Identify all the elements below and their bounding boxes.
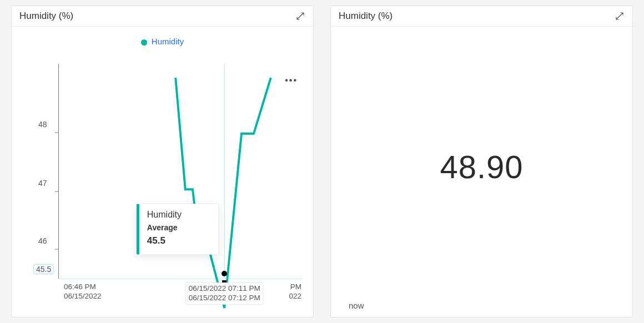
y-tick-label: 47	[38, 179, 47, 188]
y-tick-label: 48	[38, 120, 47, 129]
y-hover-marker: 45.5	[33, 264, 54, 274]
kpi-time-label: now	[339, 301, 625, 312]
humidity-chart-card: Humidity (%) Humidity ••• 46 47	[11, 6, 314, 317]
y-tick-label: 46	[38, 236, 47, 245]
x-hover-line1: 06/15/2022 07:11 PM	[189, 284, 260, 294]
chart-card-body: Humidity ••• 46 47 48 45.5	[12, 27, 313, 317]
kpi-value-wrap: 48.90	[339, 32, 625, 301]
series-line	[58, 64, 303, 308]
kpi-card-body: 48.90 now	[331, 27, 632, 317]
expand-icon[interactable]	[615, 11, 625, 21]
humidity-kpi-card: Humidity (%) 48.90 now	[330, 6, 633, 317]
x-start-time: 06:46 PM	[64, 282, 102, 292]
hover-point-marker	[222, 271, 227, 276]
x-axis-end-fragment: PM 022	[289, 282, 301, 301]
legend-series-name: Humidity	[152, 37, 184, 46]
x-start-date: 06/15/2022	[64, 292, 102, 301]
x-axis-hover-label: 06/15/2022 07:11 PM 06/15/2022 07:12 PM	[185, 282, 264, 305]
x-hover-line2: 06/15/2022 07:12 PM	[189, 294, 260, 303]
card-header: Humidity (%)	[331, 6, 632, 27]
chart-tooltip: Humidity Average 45.5	[137, 204, 219, 255]
expand-icon[interactable]	[295, 11, 305, 21]
tooltip-value: 45.5	[147, 235, 208, 246]
chart-legend[interactable]: Humidity	[19, 37, 305, 46]
x-axis-start-label: 06:46 PM 06/15/2022	[64, 282, 102, 301]
card-title: Humidity (%)	[19, 11, 73, 22]
x-end-frag2: 022	[289, 292, 301, 301]
tooltip-series-name: Humidity	[147, 210, 208, 220]
card-title: Humidity (%)	[339, 11, 393, 22]
card-header: Humidity (%)	[12, 6, 313, 27]
tooltip-metric-label: Average	[147, 223, 208, 232]
x-end-frag1: PM	[289, 282, 301, 292]
plot-area: 46 47 48 45.5	[58, 75, 303, 279]
kpi-value: 48.90	[440, 148, 523, 185]
legend-dot-icon	[141, 39, 147, 46]
chart-plot-region[interactable]: 46 47 48 45.5	[19, 75, 305, 312]
